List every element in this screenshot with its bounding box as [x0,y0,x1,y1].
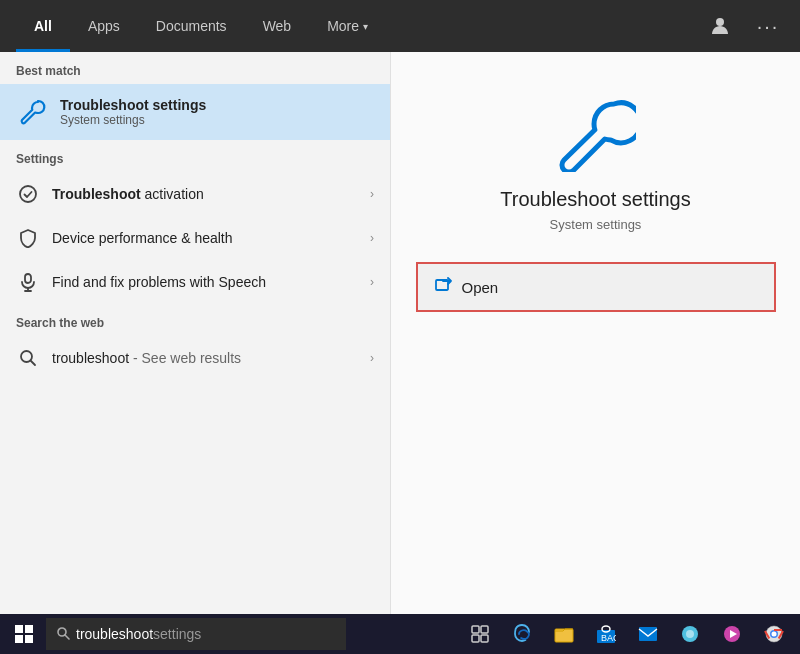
nav-icons: ··· [704,10,784,42]
top-nav: All Apps Documents Web More ▾ ··· [0,0,800,52]
open-icon [434,276,452,298]
edge-icon[interactable] [504,616,540,652]
right-panel: Troubleshoot settings System settings Op… [390,52,800,614]
svg-text:BAG: BAG [601,633,616,643]
svg-rect-9 [25,625,33,633]
tab-all[interactable]: All [16,0,70,52]
taskbar-search-icon [56,626,70,643]
svg-rect-14 [472,626,479,633]
mail-icon[interactable] [630,616,666,652]
search-icon [16,346,40,370]
tab-more-label: More [327,18,359,34]
chevron-right-icon-3: › [370,275,374,289]
best-match-item[interactable]: Troubleshoot settings System settings [0,84,390,140]
svg-rect-17 [481,635,488,642]
tab-apps-label: Apps [88,18,120,34]
tab-more[interactable]: More ▾ [309,0,386,52]
search-ghost-text: settings [153,626,201,642]
svg-rect-16 [472,635,479,642]
tab-documents-label: Documents [156,18,227,34]
search-typed-text: troubleshoot [76,626,153,642]
tab-web[interactable]: Web [245,0,310,52]
chevron-right-icon-4: › [370,351,374,365]
list-item-activation[interactable]: Troubleshoot activation › [0,172,390,216]
svg-line-6 [31,361,36,366]
store-icon[interactable]: BAG [588,616,624,652]
best-match-title: Troubleshoot settings [60,97,374,113]
svg-point-24 [686,630,694,638]
wrench-icon [16,96,48,128]
app-icon-large [556,92,636,172]
app-title-large: Troubleshoot settings [500,188,690,211]
chevron-right-icon-2: › [370,231,374,245]
best-match-text: Troubleshoot settings System settings [60,97,374,127]
best-match-subtitle: System settings [60,113,374,127]
photos-icon[interactable] [672,616,708,652]
shield-icon [16,226,40,250]
svg-rect-22 [639,627,657,641]
settings-section-label: Settings [0,140,390,172]
main-content: Best match Troubleshoot settings System … [0,52,800,614]
tab-all-label: All [34,18,52,34]
svg-rect-11 [25,635,33,643]
web-section-label: Search the web [0,304,390,336]
open-button-label: Open [462,279,499,296]
svg-rect-8 [15,625,23,633]
svg-point-1 [20,186,36,202]
file-explorer-icon[interactable] [546,616,582,652]
left-panel: Best match Troubleshoot settings System … [0,52,390,614]
web-item-label: troubleshoot - See web results [52,350,370,366]
svg-rect-10 [15,635,23,643]
feedback-icon[interactable] [704,10,736,42]
item-speech-label: Find and fix problems with Speech [52,274,370,290]
task-view-icon[interactable] [462,616,498,652]
svg-rect-2 [25,274,31,283]
nav-tabs: All Apps Documents Web More ▾ [16,0,704,52]
svg-point-0 [716,18,724,26]
tab-documents[interactable]: Documents [138,0,245,52]
search-text: troubleshoot settings [76,626,201,642]
best-match-label: Best match [0,52,390,84]
chevron-right-icon: › [370,187,374,201]
microphone-icon [16,270,40,294]
taskbar-search-bar[interactable]: troubleshoot settings [46,618,346,650]
tab-apps[interactable]: Apps [70,0,138,52]
taskbar-right-icons: BAG [348,616,796,652]
tab-web-label: Web [263,18,292,34]
svg-rect-15 [481,626,488,633]
web-search-item[interactable]: troubleshoot - See web results › [0,336,390,380]
item-activation-label: Troubleshoot activation [52,186,370,202]
chrome-icon[interactable] [756,616,792,652]
media-player-icon[interactable] [714,616,750,652]
svg-line-13 [65,635,69,639]
item-device-label: Device performance & health [52,230,370,246]
more-options-icon[interactable]: ··· [752,10,784,42]
list-item-device[interactable]: Device performance & health › [0,216,390,260]
taskbar: troubleshoot settings [0,614,800,654]
circle-check-icon [16,182,40,206]
svg-point-29 [772,632,777,637]
list-item-speech[interactable]: Find and fix problems with Speech › [0,260,390,304]
chevron-down-icon: ▾ [363,21,368,32]
open-button[interactable]: Open [416,262,776,312]
start-button[interactable] [4,614,44,654]
app-subtitle: System settings [550,217,642,232]
